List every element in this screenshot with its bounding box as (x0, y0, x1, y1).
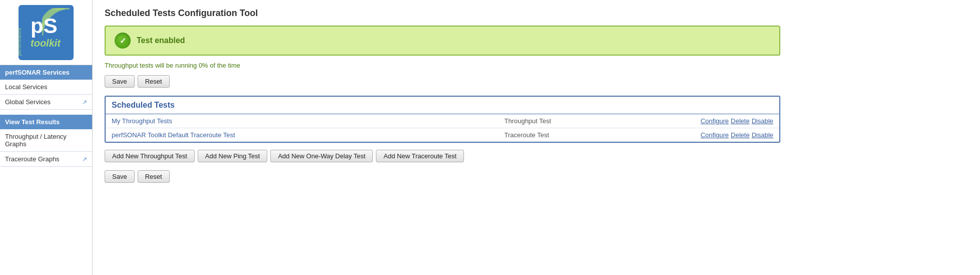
test-row-1: perfSONAR Toolkit Default Traceroute Tes… (106, 128, 779, 142)
test-actions-1: Configure Delete Disable (701, 131, 773, 139)
test-name-0: My Throughput Tests (112, 117, 504, 125)
external-link-icon: ↗ (82, 99, 87, 106)
add-buttons-row: Add New Throughput Test Add New Ping Tes… (105, 150, 968, 162)
test-row-0: My Throughput Tests Throughput Test Conf… (106, 114, 779, 128)
save-button-top[interactable]: Save (105, 75, 135, 88)
main-content: Scheduled Tests Configuration Tool Test … (93, 0, 980, 275)
configure-link-0[interactable]: Configure (701, 117, 729, 125)
sidebar-item-local-services[interactable]: Local Services (0, 80, 92, 95)
add-one-way-delay-button[interactable]: Add New One-Way Delay Test (270, 150, 373, 162)
disable-link-0[interactable]: Disable (752, 117, 773, 125)
logo-box: performance pS toolkit (19, 5, 74, 60)
save-button-bottom[interactable]: Save (105, 170, 135, 183)
delete-link-0[interactable]: Delete (731, 117, 750, 125)
check-circle-icon (115, 33, 131, 49)
page-title: Scheduled Tests Configuration Tool (105, 8, 968, 19)
bottom-button-row: Save Reset (105, 170, 968, 183)
sidebar-traceroute-graphs-label: Traceroute Graphs (5, 155, 60, 163)
test-actions-0: Configure Delete Disable (701, 117, 773, 125)
scheduled-tests-box: Scheduled Tests My Throughput Tests Thro… (105, 96, 780, 143)
status-text: Test enabled (137, 36, 185, 45)
top-button-row: Save Reset (105, 75, 968, 88)
test-name-1: perfSONAR Toolkit Default Traceroute Tes… (112, 131, 504, 139)
logo-area: performance pS toolkit (0, 0, 92, 65)
scheduled-tests-header: Scheduled Tests (106, 97, 779, 114)
add-traceroute-button[interactable]: Add New Traceroute Test (376, 150, 464, 162)
status-banner: Test enabled (105, 26, 780, 56)
logo-perf-text: performance (19, 27, 22, 55)
sidebar: performance pS toolkit perfSONAR Service… (0, 0, 93, 275)
reset-button-top[interactable]: Reset (138, 75, 170, 88)
sidebar-item-traceroute-graphs[interactable]: Traceroute Graphs ↗ (0, 152, 92, 167)
sidebar-item-throughput-graphs[interactable]: Throughput / Latency Graphs (0, 129, 92, 152)
sidebar-item-global-services[interactable]: Global Services ↗ (0, 95, 92, 110)
sidebar-local-services-label: Local Services (5, 83, 48, 91)
configure-link-1[interactable]: Configure (701, 131, 729, 139)
sidebar-throughput-graphs-label: Throughput / Latency Graphs (5, 133, 87, 148)
view-results-section-header: View Test Results (0, 115, 92, 129)
add-throughput-button[interactable]: Add New Throughput Test (105, 150, 195, 162)
reset-button-bottom[interactable]: Reset (138, 170, 170, 183)
logo-ps-text: pS (31, 16, 58, 37)
logo-toolkit-text: toolkit (31, 38, 61, 49)
services-section-header: perfSONAR Services (0, 65, 92, 80)
sidebar-global-services-label: Global Services (5, 98, 51, 106)
test-type-1: Traceroute Test (504, 131, 700, 139)
delete-link-1[interactable]: Delete (731, 131, 750, 139)
throughput-note: Throughput tests will be running 0% of t… (105, 62, 968, 69)
disable-link-1[interactable]: Disable (752, 131, 773, 139)
test-type-0: Throughput Test (504, 117, 700, 125)
external-link-icon-2: ↗ (82, 156, 87, 163)
add-ping-button[interactable]: Add New Ping Test (198, 150, 268, 162)
